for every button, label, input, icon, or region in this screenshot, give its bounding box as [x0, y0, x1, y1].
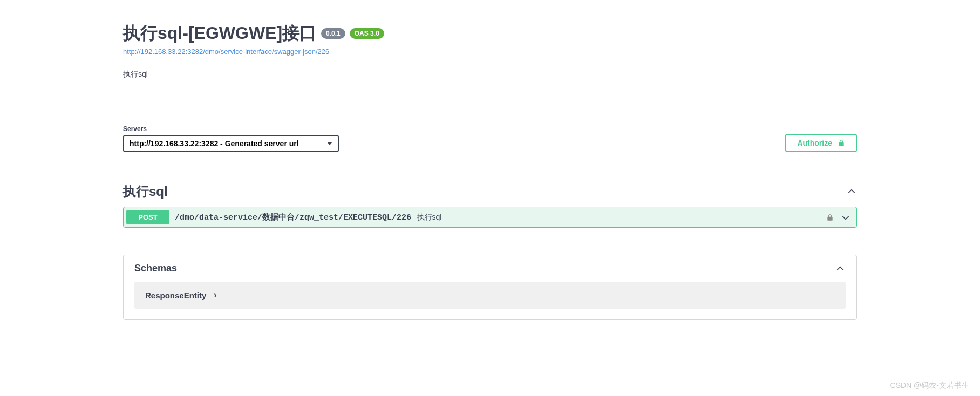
schema-name: ResponseEntity	[145, 291, 206, 300]
oas-badge: OAS 3.0	[350, 28, 384, 39]
chevron-down-icon	[840, 212, 851, 223]
page-title: 执行sql-[EGWGWE]接口	[123, 22, 317, 45]
authorize-button[interactable]: Authorize	[785, 134, 857, 152]
chevron-up-icon	[835, 263, 846, 274]
version-badge: 0.0.1	[321, 28, 345, 39]
divider	[15, 162, 965, 162]
servers-select[interactable]: http://192.168.33.22:3282 - Generated se…	[123, 135, 339, 152]
lock-icon	[838, 139, 845, 147]
tag-name: 执行sql	[123, 183, 168, 200]
operation-summary: 执行sql	[417, 213, 442, 221]
authorize-label: Authorize	[797, 139, 832, 147]
swagger-json-link[interactable]: http://192.168.33.22:3282/dmo/service-in…	[123, 47, 329, 56]
method-badge: POST	[126, 210, 169, 224]
schema-item[interactable]: ResponseEntity ›	[134, 282, 846, 309]
lock-icon[interactable]	[826, 214, 834, 221]
chevron-up-icon	[846, 186, 857, 197]
tag-header[interactable]: 执行sql	[123, 179, 857, 207]
chevron-right-icon: ›	[214, 290, 216, 300]
operation-path: /dmo/data-service/数据中台/zqw_test/EXECUTES…	[175, 213, 411, 222]
schemas-header[interactable]: Schemas	[124, 255, 856, 282]
servers-label: Servers	[123, 125, 339, 133]
operation-block[interactable]: POST /dmo/data-service/数据中台/zqw_test/EXE…	[123, 207, 857, 228]
schemas-title: Schemas	[134, 263, 177, 274]
api-description: 执行sql	[123, 70, 857, 79]
